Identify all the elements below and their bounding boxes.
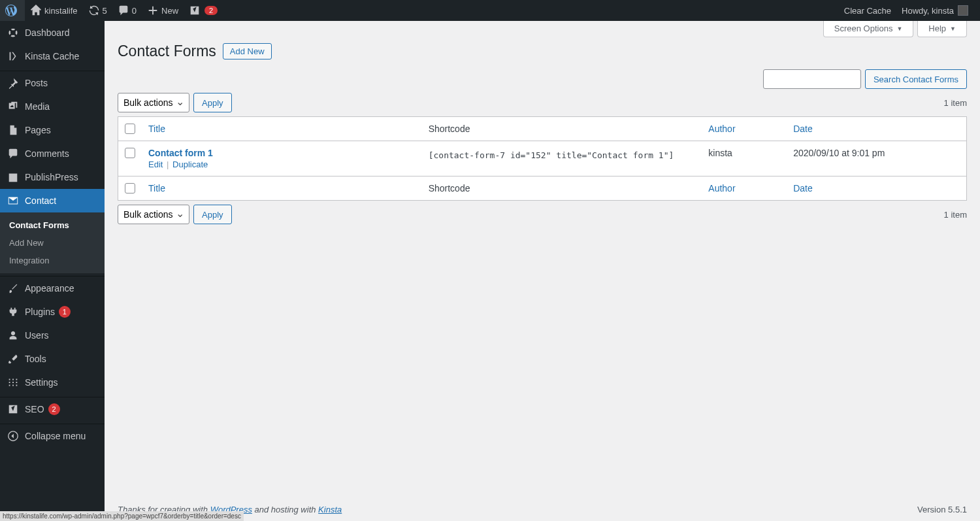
row-author: kinsta (702, 141, 787, 176)
search-row: Search Contact Forms (118, 69, 967, 89)
col-title-footer[interactable]: Title (148, 183, 165, 193)
col-date-header[interactable]: Date (793, 124, 813, 134)
site-name-text: kinstalife (44, 6, 78, 16)
updates[interactable]: 5 (83, 0, 112, 21)
row-checkbox[interactable] (125, 148, 135, 158)
dashboard-icon (7, 26, 20, 39)
shortcode-field[interactable] (429, 148, 696, 163)
avatar (958, 5, 968, 16)
col-date-footer[interactable]: Date (793, 183, 813, 193)
menu-label: Contact (25, 195, 56, 206)
duplicate-link[interactable]: Duplicate (172, 160, 208, 169)
col-author-header[interactable]: Author (708, 124, 735, 134)
pin-icon (7, 76, 20, 90)
kinsta-icon (7, 50, 20, 63)
tablenav-bottom: Bulk actions Apply 1 item (118, 205, 967, 224)
displaying-num-bottom: 1 item (944, 210, 967, 220)
media-icon (7, 100, 20, 113)
update-icon (88, 5, 100, 16)
col-title-header[interactable]: Title (148, 124, 165, 134)
select-all-top[interactable] (125, 124, 135, 134)
new-label: New (161, 6, 178, 16)
heading-row: Contact Forms Add New (118, 42, 967, 60)
menu-label: Comments (25, 148, 69, 159)
new-content[interactable]: New (142, 0, 184, 21)
menu-label: Media (25, 101, 50, 112)
my-account[interactable]: Howdy, kinsta (896, 0, 973, 21)
col-author-footer[interactable]: Author (708, 183, 735, 193)
bulk-action-select-bottom[interactable]: Bulk actions (118, 205, 189, 224)
menu-label: PublishPress (25, 172, 78, 182)
yoast-badge: 2 (204, 6, 218, 15)
clear-cache[interactable]: Clear Cache (839, 0, 896, 21)
plus-icon (147, 5, 159, 16)
apply-button-top[interactable]: Apply (193, 93, 232, 112)
col-shortcode-header: Shortcode (429, 124, 470, 134)
email-icon (7, 194, 20, 207)
wp-logo[interactable] (0, 0, 25, 21)
menu-label: Kinsta Cache (25, 51, 79, 61)
content-wrap: Screen Options Help Contact Forms Add Ne… (105, 0, 980, 224)
admin-bar-right: Clear Cache Howdy, kinsta (839, 0, 973, 21)
menu-label: Posts (25, 78, 48, 88)
row-date: 2020/09/10 at 9:01 pm (787, 141, 966, 176)
menu-posts[interactable]: Posts (0, 71, 105, 95)
displaying-num-top: 1 item (944, 98, 967, 108)
menu-pages[interactable]: Pages (0, 118, 105, 142)
apply-button-bottom[interactable]: Apply (193, 205, 232, 224)
menu-media[interactable]: Media (0, 95, 105, 118)
add-new-button[interactable]: Add New (223, 43, 272, 59)
site-name[interactable]: kinstalife (25, 0, 83, 21)
yoast-icon (189, 5, 201, 16)
calendar-icon (7, 171, 20, 184)
comment-icon (118, 5, 129, 16)
menu-contact[interactable]: Contact (0, 189, 105, 212)
row-actions: Edit | Duplicate (148, 160, 416, 169)
howdy-text: Howdy, kinsta (902, 6, 954, 16)
updates-count: 5 (103, 6, 107, 16)
menu-publishpress[interactable]: PublishPress (0, 165, 105, 189)
table-row: Contact form 1 Edit | Duplicate kinsta 2… (118, 141, 967, 176)
screen-options-button[interactable]: Screen Options (823, 21, 914, 37)
bulk-action-select[interactable]: Bulk actions (118, 93, 189, 112)
comments-icon (7, 147, 20, 160)
edit-link[interactable]: Edit (148, 160, 163, 169)
submenu-contact: Contact Forms Add New Integration (0, 212, 105, 228)
menu-label: Pages (25, 125, 51, 135)
yoast[interactable]: 2 (184, 0, 223, 21)
wordpress-icon (5, 5, 17, 16)
admin-bar-left: kinstalife 5 0 New 2 (0, 0, 223, 21)
comments-count: 0 (132, 6, 137, 16)
col-shortcode-footer: Shortcode (429, 183, 470, 193)
bulk-actions-top: Bulk actions Apply (118, 93, 232, 112)
comments[interactable]: 0 (112, 0, 142, 21)
submenu-contact-forms[interactable]: Contact Forms (0, 216, 105, 228)
menu-comments[interactable]: Comments (0, 142, 105, 165)
bulk-actions-bottom: Bulk actions Apply (118, 205, 232, 224)
page-title: Contact Forms (118, 42, 216, 60)
screen-meta: Screen Options Help (118, 21, 967, 37)
select-all-bottom[interactable] (125, 183, 135, 193)
home-icon (30, 5, 42, 16)
search-button[interactable]: Search Contact Forms (865, 69, 967, 89)
tablenav-top: Bulk actions Apply 1 item (118, 93, 967, 112)
help-button[interactable]: Help (917, 21, 967, 37)
admin-bar: kinstalife 5 0 New 2 C (0, 0, 980, 21)
menu-dashboard[interactable]: Dashboard (0, 21, 105, 44)
row-title-link[interactable]: Contact form 1 (148, 148, 213, 158)
menu-kinsta-cache[interactable]: Kinsta Cache (0, 44, 105, 68)
admin-sidebar: Dashboard Kinsta Cache Posts Media Pages… (0, 21, 105, 228)
menu-label: Dashboard (25, 27, 70, 38)
search-input[interactable] (763, 69, 861, 89)
pages-icon (7, 124, 20, 137)
forms-table: Title Shortcode Author Date Contact form… (118, 116, 967, 201)
